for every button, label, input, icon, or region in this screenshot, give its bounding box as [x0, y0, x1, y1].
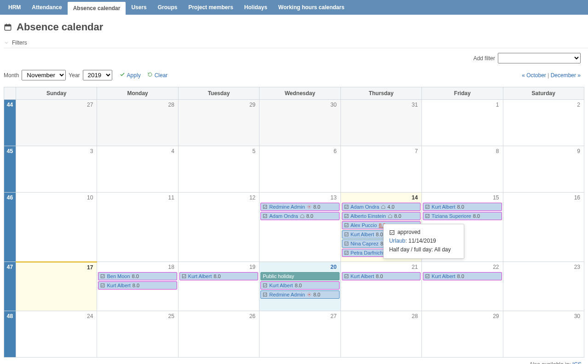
absence-tooltip: approved Urlaub: 11/14/2019 Half day / f…	[383, 224, 464, 259]
next-month-link[interactable]: December »	[551, 72, 581, 79]
tab-holidays[interactable]: Holidays	[239, 0, 273, 15]
absence-entry[interactable]: Redmine Admin 8.0	[260, 290, 339, 299]
clear-button[interactable]: Clear	[147, 72, 168, 79]
absence-entry[interactable]: Kurt Albert 8.0	[260, 281, 339, 290]
tab-hrm[interactable]: HRM	[3, 0, 26, 15]
cell-nov-3[interactable]: 3	[16, 146, 97, 193]
cell-nov-19[interactable]: 19 Kurt Albert 8.0	[178, 262, 259, 311]
approved-icon	[344, 250, 349, 255]
cell-nov-6[interactable]: 6	[259, 146, 340, 193]
prev-month-link[interactable]: « October	[522, 72, 546, 79]
week-46: 46	[4, 193, 16, 262]
cell-nov-10[interactable]: 10	[16, 193, 97, 262]
absence-entry[interactable]: Kurt Albert 8.0	[342, 272, 421, 280]
cell-nov-12[interactable]: 12	[178, 193, 259, 262]
tab-project-members[interactable]: Project members	[183, 0, 238, 15]
cell-nov-7[interactable]: 7	[340, 146, 421, 193]
svg-rect-4	[264, 205, 267, 209]
absence-entry[interactable]: Alberto Einstein 8.0	[342, 212, 421, 220]
cell-nov-20[interactable]: 20 Public holiday Kurt Albert 8.0 Redm	[259, 262, 340, 311]
entry-hours: 8.0	[295, 283, 302, 288]
entry-hours: 8.0	[213, 273, 220, 279]
cell-nov-30[interactable]: 30	[503, 311, 584, 358]
day-header-thu: Thursday	[340, 87, 421, 100]
svg-rect-6	[264, 214, 267, 218]
approved-icon	[344, 274, 349, 279]
cell-nov-21[interactable]: 21 Kurt Albert 8.0	[340, 262, 421, 311]
cell-nov-28[interactable]: 28	[340, 311, 421, 358]
chevron-down-icon	[4, 40, 9, 46]
year-label: Year	[69, 72, 80, 79]
entry-hours: 8.0	[473, 213, 480, 219]
cell-nov-17[interactable]: 17	[16, 262, 97, 311]
cell-nov-4[interactable]: 4	[97, 146, 178, 193]
cell-nov-26[interactable]: 26	[178, 311, 259, 358]
cell-oct-27[interactable]: 27	[16, 100, 97, 146]
absence-entry[interactable]: Kurt Albert 8.0	[423, 203, 502, 211]
cell-nov-22[interactable]: 22 Kurt Albert 8.0	[422, 262, 503, 311]
entry-hours: 8.0	[133, 283, 139, 288]
entry-name: Tiziana Superiore	[432, 213, 471, 219]
month-select[interactable]: November	[22, 70, 66, 80]
week-48: 48	[4, 311, 16, 358]
cell-nov-16[interactable]: 16	[503, 193, 584, 262]
apply-button[interactable]: Apply	[120, 72, 141, 79]
cell-nov-25[interactable]: 25	[97, 311, 178, 358]
tab-attendance[interactable]: Attendance	[26, 0, 67, 15]
cell-nov-29[interactable]: 29	[422, 311, 503, 358]
add-filter-select[interactable]	[498, 53, 581, 63]
home-icon	[388, 214, 392, 218]
entry-name: Nina Caprez	[351, 241, 379, 246]
svg-rect-19	[264, 284, 267, 287]
entry-hours: 8.0	[376, 273, 383, 279]
absence-entry[interactable]: Ben Moon 8.0	[98, 272, 177, 280]
export-line: Also available in: ICS	[4, 361, 582, 364]
absence-entry[interactable]: Adam Ondra 4.0	[342, 203, 421, 211]
cell-nov-27[interactable]: 27	[259, 311, 340, 358]
approved-icon	[389, 230, 395, 235]
absence-entry[interactable]: Adam Ondra 8.0	[260, 212, 339, 220]
cell-nov-8[interactable]: 8	[422, 146, 503, 193]
absence-entry[interactable]: Kurt Albert 8.0	[179, 272, 258, 280]
entry-name: Kurt Albert	[188, 273, 212, 279]
cell-nov-18[interactable]: 18 Ben Moon 8.0 Kurt Albert 8.0	[97, 262, 178, 311]
export-ics-link[interactable]: ICS	[572, 361, 582, 364]
entry-hours: 8.0	[457, 204, 464, 210]
cell-nov-9[interactable]: 9	[503, 146, 584, 193]
month-nav: « October | December »	[522, 72, 581, 79]
svg-rect-8	[345, 205, 348, 209]
cell-nov-1[interactable]: 1	[422, 100, 503, 146]
cell-nov-2[interactable]: 2	[503, 100, 584, 146]
cell-oct-30[interactable]: 30	[259, 100, 340, 146]
tab-users[interactable]: Users	[126, 0, 152, 15]
entry-name: Adam Ondra	[269, 213, 298, 219]
absence-entry[interactable]: Tiziana Superiore 8.0	[423, 212, 502, 220]
entry-name: Kurt Albert	[351, 232, 374, 237]
cell-oct-28[interactable]: 28	[97, 100, 178, 146]
cell-nov-23[interactable]: 23	[503, 262, 584, 311]
entry-hours: 8.0	[376, 232, 383, 237]
absence-entry[interactable]: Redmine Admin 8.0	[260, 203, 339, 211]
tooltip-type-link[interactable]: Urlaub	[389, 238, 405, 244]
cell-oct-31[interactable]: 31	[340, 100, 421, 146]
entry-name: Redmine Admin	[269, 292, 305, 297]
entry-hours: 8.0	[313, 292, 320, 297]
absence-entry[interactable]: Kurt Albert 8.0	[98, 281, 177, 290]
cell-nov-5[interactable]: 5	[178, 146, 259, 193]
cell-oct-29[interactable]: 29	[178, 100, 259, 146]
cell-nov-24[interactable]: 24	[16, 311, 97, 358]
approved-icon	[100, 274, 105, 279]
filters-toggle[interactable]: Filters	[4, 40, 588, 48]
day-header-tue: Tuesday	[178, 87, 259, 100]
cell-nov-11[interactable]: 11	[97, 193, 178, 262]
tab-working-hours[interactable]: Working hours calendars	[273, 0, 350, 15]
cell-nov-13[interactable]: 13 Redmine Admin 8.0 Adam Ondra 8.	[259, 193, 340, 262]
holiday-entry[interactable]: Public holiday	[260, 272, 339, 280]
svg-rect-15	[426, 214, 429, 218]
tab-groups[interactable]: Groups	[152, 0, 183, 15]
tab-absence-calendar[interactable]: Absence calendar	[68, 2, 126, 15]
approved-icon	[263, 292, 267, 297]
year-select[interactable]: 2019	[83, 70, 112, 80]
absence-entry[interactable]: Kurt Albert 8.0	[423, 272, 502, 280]
cell-nov-14[interactable]: 14 approved Urlaub: 11/14/2019 Half day …	[340, 193, 421, 262]
